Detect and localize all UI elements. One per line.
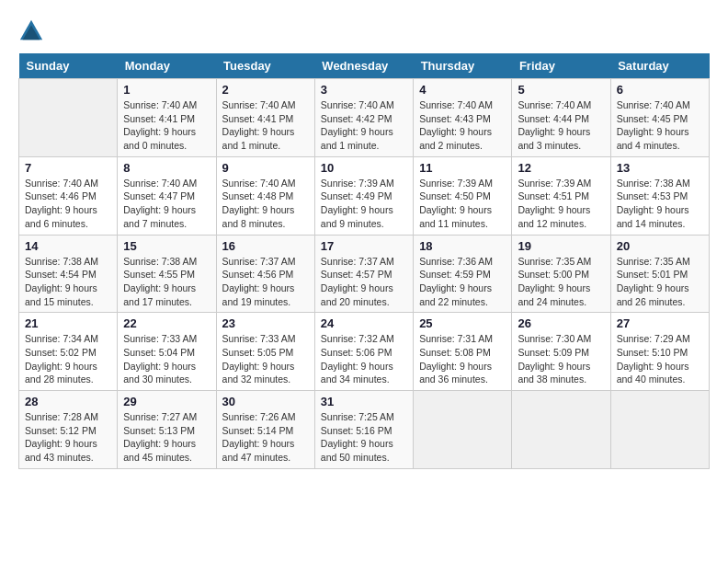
day-detail: Sunrise: 7:35 AM Sunset: 5:00 PM Dayligh…	[518, 255, 604, 309]
calendar-cell: 11Sunrise: 7:39 AM Sunset: 4:50 PM Dayli…	[414, 156, 512, 235]
day-number: 17	[321, 239, 407, 253]
calendar-cell: 1Sunrise: 7:40 AM Sunset: 4:41 PM Daylig…	[118, 79, 216, 157]
calendar-cell: 25Sunrise: 7:31 AM Sunset: 5:08 PM Dayli…	[414, 313, 512, 391]
day-number: 16	[222, 239, 309, 253]
day-number: 1	[123, 83, 210, 97]
calendar-cell: 4Sunrise: 7:40 AM Sunset: 4:43 PM Daylig…	[414, 79, 512, 157]
day-detail: Sunrise: 7:33 AM Sunset: 5:05 PM Dayligh…	[222, 332, 309, 386]
day-detail: Sunrise: 7:33 AM Sunset: 5:04 PM Dayligh…	[123, 332, 210, 386]
day-number: 26	[518, 316, 604, 330]
day-detail: Sunrise: 7:35 AM Sunset: 5:01 PM Dayligh…	[617, 255, 703, 309]
day-detail: Sunrise: 7:39 AM Sunset: 4:49 PM Dayligh…	[321, 177, 407, 231]
calendar-table: Sunday Monday Tuesday Wednesday Thursday…	[18, 53, 710, 469]
calendar-cell: 5Sunrise: 7:40 AM Sunset: 4:44 PM Daylig…	[512, 79, 610, 157]
day-detail: Sunrise: 7:37 AM Sunset: 4:56 PM Dayligh…	[222, 255, 309, 309]
calendar-cell: 30Sunrise: 7:26 AM Sunset: 5:14 PM Dayli…	[216, 391, 314, 469]
calendar-cell: 19Sunrise: 7:35 AM Sunset: 5:00 PM Dayli…	[512, 235, 610, 313]
calendar-header: Sunday Monday Tuesday Wednesday Thursday…	[19, 53, 710, 79]
day-number: 27	[617, 316, 703, 330]
calendar-cell: 16Sunrise: 7:37 AM Sunset: 4:56 PM Dayli…	[216, 235, 314, 313]
calendar-cell: 28Sunrise: 7:28 AM Sunset: 5:12 PM Dayli…	[19, 391, 118, 469]
day-number: 2	[222, 83, 309, 97]
day-number: 7	[25, 161, 111, 175]
calendar-cell: 6Sunrise: 7:40 AM Sunset: 4:45 PM Daylig…	[610, 79, 709, 157]
logo-icon	[18, 18, 44, 44]
day-detail: Sunrise: 7:31 AM Sunset: 5:08 PM Dayligh…	[419, 332, 506, 386]
calendar-cell: 18Sunrise: 7:36 AM Sunset: 4:59 PM Dayli…	[414, 235, 512, 313]
day-detail: Sunrise: 7:28 AM Sunset: 5:12 PM Dayligh…	[25, 410, 111, 465]
page-header	[18, 18, 710, 44]
logo	[18, 18, 48, 44]
day-number: 24	[321, 316, 407, 330]
day-number: 8	[123, 161, 210, 175]
calendar-cell: 27Sunrise: 7:29 AM Sunset: 5:10 PM Dayli…	[610, 313, 709, 391]
day-detail: Sunrise: 7:37 AM Sunset: 4:57 PM Dayligh…	[321, 255, 407, 309]
calendar-cell: 2Sunrise: 7:40 AM Sunset: 4:41 PM Daylig…	[216, 79, 314, 157]
day-number: 29	[123, 395, 210, 408]
week-row-1: 1Sunrise: 7:40 AM Sunset: 4:41 PM Daylig…	[19, 79, 710, 157]
day-number: 20	[617, 239, 703, 253]
calendar-cell: 21Sunrise: 7:34 AM Sunset: 5:02 PM Dayli…	[19, 313, 118, 391]
week-row-4: 21Sunrise: 7:34 AM Sunset: 5:02 PM Dayli…	[19, 313, 710, 391]
day-number: 13	[617, 161, 703, 175]
day-detail: Sunrise: 7:40 AM Sunset: 4:48 PM Dayligh…	[222, 177, 309, 231]
header-saturday: Saturday	[610, 53, 709, 79]
day-number: 11	[419, 161, 506, 175]
day-detail: Sunrise: 7:34 AM Sunset: 5:02 PM Dayligh…	[25, 332, 111, 386]
header-row: Sunday Monday Tuesday Wednesday Thursday…	[19, 53, 710, 79]
day-detail: Sunrise: 7:39 AM Sunset: 4:50 PM Dayligh…	[419, 177, 506, 231]
header-tuesday: Tuesday	[216, 53, 314, 79]
day-detail: Sunrise: 7:27 AM Sunset: 5:13 PM Dayligh…	[123, 410, 210, 465]
calendar-cell: 3Sunrise: 7:40 AM Sunset: 4:42 PM Daylig…	[314, 79, 413, 157]
calendar-cell: 17Sunrise: 7:37 AM Sunset: 4:57 PM Dayli…	[314, 235, 413, 313]
day-number: 30	[222, 395, 309, 408]
day-number: 9	[222, 161, 309, 175]
day-detail: Sunrise: 7:25 AM Sunset: 5:16 PM Dayligh…	[321, 410, 407, 465]
day-detail: Sunrise: 7:40 AM Sunset: 4:44 PM Dayligh…	[518, 98, 604, 153]
calendar-cell: 26Sunrise: 7:30 AM Sunset: 5:09 PM Dayli…	[512, 313, 610, 391]
calendar-cell	[414, 391, 512, 469]
day-detail: Sunrise: 7:40 AM Sunset: 4:45 PM Dayligh…	[617, 98, 703, 153]
calendar-cell: 23Sunrise: 7:33 AM Sunset: 5:05 PM Dayli…	[216, 313, 314, 391]
day-number: 18	[419, 239, 506, 253]
calendar-cell: 31Sunrise: 7:25 AM Sunset: 5:16 PM Dayli…	[314, 391, 413, 469]
day-number: 28	[25, 395, 111, 408]
week-row-2: 7Sunrise: 7:40 AM Sunset: 4:46 PM Daylig…	[19, 156, 710, 235]
day-detail: Sunrise: 7:40 AM Sunset: 4:42 PM Dayligh…	[321, 98, 407, 153]
calendar-cell: 14Sunrise: 7:38 AM Sunset: 4:54 PM Dayli…	[19, 235, 118, 313]
day-number: 15	[123, 239, 210, 253]
day-number: 22	[123, 316, 210, 330]
day-number: 10	[321, 161, 407, 175]
calendar-cell: 20Sunrise: 7:35 AM Sunset: 5:01 PM Dayli…	[610, 235, 709, 313]
day-number: 21	[25, 316, 111, 330]
calendar-cell: 24Sunrise: 7:32 AM Sunset: 5:06 PM Dayli…	[314, 313, 413, 391]
header-wednesday: Wednesday	[314, 53, 413, 79]
day-detail: Sunrise: 7:26 AM Sunset: 5:14 PM Dayligh…	[222, 410, 309, 465]
calendar-cell	[512, 391, 610, 469]
day-detail: Sunrise: 7:40 AM Sunset: 4:47 PM Dayligh…	[123, 177, 210, 231]
calendar-cell: 13Sunrise: 7:38 AM Sunset: 4:53 PM Dayli…	[610, 156, 709, 235]
day-detail: Sunrise: 7:36 AM Sunset: 4:59 PM Dayligh…	[419, 255, 506, 309]
day-detail: Sunrise: 7:40 AM Sunset: 4:43 PM Dayligh…	[419, 98, 506, 153]
day-detail: Sunrise: 7:39 AM Sunset: 4:51 PM Dayligh…	[518, 177, 604, 231]
week-row-5: 28Sunrise: 7:28 AM Sunset: 5:12 PM Dayli…	[19, 391, 710, 469]
day-detail: Sunrise: 7:30 AM Sunset: 5:09 PM Dayligh…	[518, 332, 604, 386]
header-friday: Friday	[512, 53, 610, 79]
day-number: 12	[518, 161, 604, 175]
day-number: 31	[321, 395, 407, 408]
calendar-cell: 12Sunrise: 7:39 AM Sunset: 4:51 PM Dayli…	[512, 156, 610, 235]
header-thursday: Thursday	[414, 53, 512, 79]
calendar-cell	[610, 391, 709, 469]
calendar-body: 1Sunrise: 7:40 AM Sunset: 4:41 PM Daylig…	[19, 79, 710, 469]
day-number: 3	[321, 83, 407, 97]
calendar-cell	[19, 79, 118, 157]
day-detail: Sunrise: 7:29 AM Sunset: 5:10 PM Dayligh…	[617, 332, 703, 386]
day-detail: Sunrise: 7:32 AM Sunset: 5:06 PM Dayligh…	[321, 332, 407, 386]
calendar-cell: 10Sunrise: 7:39 AM Sunset: 4:49 PM Dayli…	[314, 156, 413, 235]
day-number: 4	[419, 83, 506, 97]
header-monday: Monday	[118, 53, 216, 79]
day-number: 5	[518, 83, 604, 97]
header-sunday: Sunday	[19, 53, 118, 79]
calendar-cell: 15Sunrise: 7:38 AM Sunset: 4:55 PM Dayli…	[118, 235, 216, 313]
calendar-cell: 7Sunrise: 7:40 AM Sunset: 4:46 PM Daylig…	[19, 156, 118, 235]
